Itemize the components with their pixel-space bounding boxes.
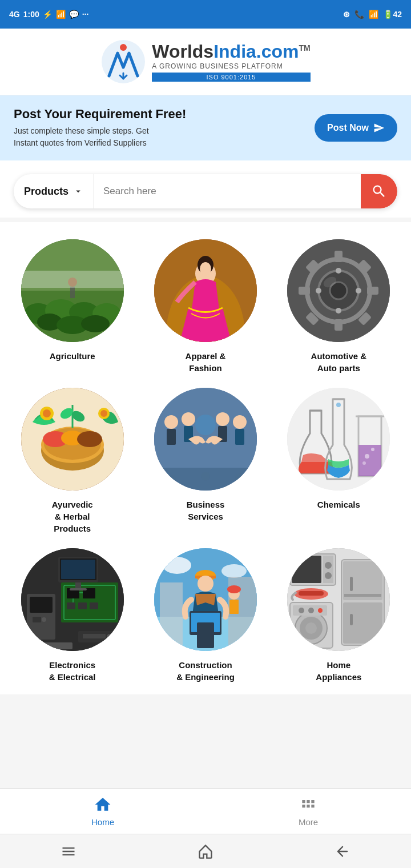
category-label-business: BusinessServices <box>187 499 225 523</box>
category-item-ayurvedic[interactable]: Ayurvedic& HerbalProducts <box>9 388 135 535</box>
svg-rect-79 <box>67 602 75 609</box>
search-category-label: Products <box>24 186 68 198</box>
svg-point-46 <box>100 410 107 417</box>
category-label-chemicals: Chemicals <box>317 499 360 511</box>
svg-rect-65 <box>358 445 381 476</box>
grid-icon <box>299 795 317 814</box>
svg-rect-73 <box>33 617 41 622</box>
svg-point-33 <box>316 288 321 294</box>
nav-home-label: Home <box>91 817 114 827</box>
logo-text-block: WorldsIndia.comTM A GROWING BUSINESS PLA… <box>152 42 310 81</box>
post-now-button[interactable]: Post Now <box>315 114 397 142</box>
messenger-icon: 💬 <box>69 10 79 19</box>
svg-point-59 <box>195 415 216 435</box>
svg-point-91 <box>107 634 112 640</box>
nav-item-more[interactable]: More <box>206 789 411 834</box>
nav-item-home[interactable]: Home <box>0 789 206 834</box>
logo-worlds: Worlds <box>152 41 213 62</box>
post-now-label: Post Now <box>327 123 369 133</box>
svg-point-34 <box>356 288 361 294</box>
category-item-chemicals[interactable]: Chemicals <box>276 388 402 535</box>
android-back-button[interactable] <box>335 843 350 859</box>
logo-dotcom: .com <box>256 41 299 62</box>
category-item-construction[interactable]: Construction& Engineering <box>142 548 268 683</box>
svg-point-69 <box>336 403 341 407</box>
svg-rect-81 <box>90 602 98 609</box>
banner-text: Post Your Requirement Free! Just complet… <box>14 107 186 149</box>
category-image-apparel <box>154 239 257 342</box>
android-nav-bar <box>0 834 411 868</box>
search-icon <box>371 183 387 199</box>
search-input[interactable] <box>94 186 361 197</box>
category-image-business <box>154 388 257 491</box>
send-icon <box>373 122 385 134</box>
category-label-electronics: Electronics& Electrical <box>49 659 96 683</box>
svg-rect-12 <box>70 287 75 298</box>
svg-point-68 <box>362 461 366 465</box>
svg-point-31 <box>336 268 341 274</box>
category-item-apparel[interactable]: Apparel &Fashion <box>142 239 268 374</box>
svg-point-74 <box>42 617 46 622</box>
svg-point-10 <box>81 315 110 332</box>
svg-rect-115 <box>350 614 353 625</box>
category-image-agriculture <box>21 239 124 342</box>
bluetooth-icon: ⊛ <box>343 10 350 19</box>
categories-section: Agriculture <box>0 222 411 694</box>
svg-point-128 <box>325 572 332 579</box>
svg-rect-113 <box>344 594 381 597</box>
svg-point-67 <box>371 448 374 451</box>
category-image-construction <box>154 548 257 651</box>
more-icon: ··· <box>82 10 89 19</box>
category-item-appliances[interactable]: HomeAppliances <box>276 548 402 683</box>
category-label-construction: Construction& Engineering <box>176 659 235 683</box>
svg-rect-92 <box>83 634 106 638</box>
category-image-electronics <box>21 548 124 651</box>
category-item-agriculture[interactable]: Agriculture <box>9 239 135 374</box>
svg-rect-112 <box>343 602 382 644</box>
svg-point-121 <box>299 608 304 613</box>
svg-point-66 <box>365 454 369 459</box>
category-label-automotive: Automotive &Auto parts <box>311 350 367 374</box>
svg-point-96 <box>221 564 247 578</box>
logo-india: India <box>213 41 256 62</box>
svg-rect-80 <box>78 602 87 609</box>
logo-name: WorldsIndia.comTM <box>152 42 310 62</box>
banner-title: Post Your Requirement Free! <box>14 107 186 122</box>
svg-rect-72 <box>30 597 53 613</box>
header: WorldsIndia.comTM A GROWING BUSINESS PLA… <box>0 29 411 95</box>
chevron-down-icon <box>73 186 83 196</box>
search-button[interactable] <box>361 174 397 208</box>
category-label-agriculture: Agriculture <box>50 350 95 362</box>
wifi-icon: 📶 <box>369 10 378 19</box>
svg-rect-88 <box>61 560 95 579</box>
svg-rect-13 <box>21 271 124 288</box>
banner-description: Just complete these simple steps. GetIns… <box>14 125 186 149</box>
svg-point-32 <box>336 308 341 314</box>
search-bar: Products <box>14 174 397 208</box>
svg-rect-23 <box>335 251 342 262</box>
svg-point-1 <box>120 44 127 51</box>
svg-point-63 <box>235 473 244 483</box>
category-label-apparel: Apparel &Fashion <box>186 350 226 374</box>
android-home-button[interactable] <box>198 843 213 859</box>
svg-rect-97 <box>160 582 183 651</box>
battery-icon: 🔋42 <box>383 10 402 19</box>
logo-tm: TM <box>299 44 311 53</box>
svg-rect-125 <box>292 556 321 583</box>
logo-container: WorldsIndia.comTM A GROWING BUSINESS PLA… <box>100 39 310 85</box>
svg-rect-58 <box>235 429 244 445</box>
android-menu-button[interactable] <box>61 843 76 859</box>
network-type: 4G <box>9 10 20 19</box>
category-item-electronics[interactable]: Electronics& Electrical <box>9 548 135 683</box>
svg-point-107 <box>227 585 241 593</box>
search-section: Products <box>0 160 411 218</box>
time: 1:00 <box>23 10 39 19</box>
category-item-automotive[interactable]: Automotive &Auto parts <box>276 239 402 374</box>
search-category-selector[interactable]: Products <box>14 174 94 208</box>
svg-rect-25 <box>299 287 310 295</box>
category-image-automotive <box>287 239 390 342</box>
logo-icon <box>100 39 146 85</box>
svg-point-101 <box>198 576 213 592</box>
category-item-business[interactable]: BusinessServices <box>142 388 268 535</box>
svg-point-55 <box>216 412 229 426</box>
